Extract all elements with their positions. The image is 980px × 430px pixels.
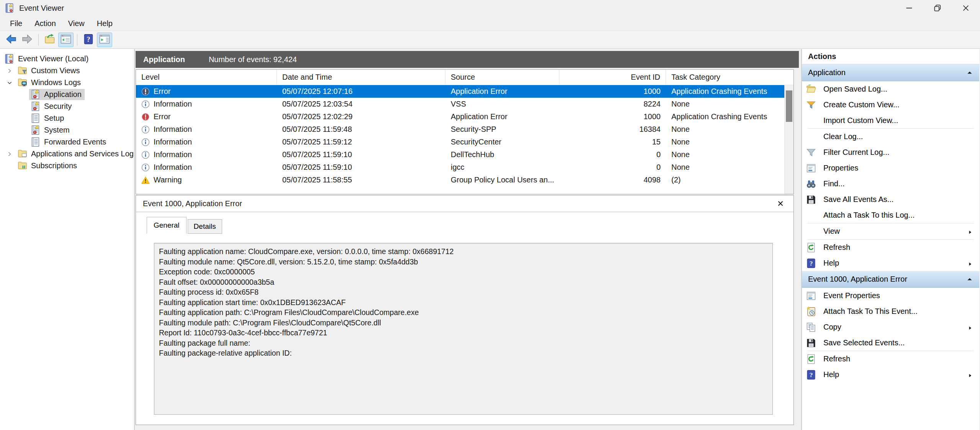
- column-event-id[interactable]: Event ID: [560, 70, 666, 85]
- event-description-box: Faulting application name: CloudCompare.…: [154, 243, 773, 415]
- chevron-right-icon[interactable]: [3, 67, 16, 75]
- copy-icon: [806, 322, 816, 333]
- menu-help[interactable]: Help: [91, 17, 119, 30]
- action-save-selected-events[interactable]: Save Selected Events...: [802, 335, 979, 351]
- event-row-application-error-1000[interactable]: Error05/07/2025 12:07:16Application Erro…: [136, 85, 784, 98]
- restore-icon: [933, 3, 942, 13]
- error-selected-icon: [141, 87, 150, 96]
- tree-item-custom-views[interactable]: Custom Views: [0, 65, 134, 77]
- export-log-button[interactable]: [42, 33, 57, 47]
- level-label: Information: [154, 125, 192, 134]
- tree-item-forwarded-events[interactable]: Forwarded Events: [0, 136, 134, 148]
- action-help[interactable]: ?Help: [802, 367, 979, 382]
- tree-item-application[interactable]: Application: [0, 89, 134, 100]
- menu-file[interactable]: File: [4, 17, 28, 30]
- chevron-down-icon[interactable]: [3, 79, 16, 87]
- column-task-category[interactable]: Task Category: [666, 70, 784, 85]
- action-import-custom-view[interactable]: Import Custom View...: [802, 113, 979, 128]
- level-label: Error: [154, 87, 170, 96]
- action-view[interactable]: View: [802, 223, 979, 239]
- event-viewer-window: Event Viewer FileActionViewHelp ? Event …: [0, 0, 980, 430]
- column-header-row: Level Date and Time Source Event ID Task…: [136, 70, 793, 85]
- collapse-arrow-icon[interactable]: [966, 69, 973, 76]
- event-description-line: Faulting application start time: 0x0x1DB…: [159, 297, 768, 308]
- action-open-saved-log[interactable]: Open Saved Log...: [802, 81, 979, 97]
- action-save-all-events-as[interactable]: Save All Events As...: [802, 192, 979, 207]
- event-row-group-policy-local-users-an-4098[interactable]: Warning05/07/2025 11:58:55Group Policy L…: [136, 174, 784, 186]
- info-icon: [141, 100, 150, 108]
- tree-item-setup[interactable]: Setup: [0, 112, 134, 124]
- forward-arrow-button[interactable]: [20, 33, 35, 47]
- event-row-igcc-0[interactable]: Information05/07/2025 11:59:10igcc0None: [136, 161, 784, 174]
- menu-view[interactable]: View: [62, 17, 91, 30]
- action-create-custom-view[interactable]: Create Custom View...: [802, 97, 979, 113]
- tab-details[interactable]: Details: [188, 219, 222, 234]
- vertical-scrollbar[interactable]: [784, 85, 793, 194]
- event-row-application-error-1000[interactable]: Error05/07/2025 12:02:29Application Erro…: [136, 110, 784, 123]
- action-attach-task-to-this-event[interactable]: Attach Task To This Event...: [802, 304, 979, 319]
- tree-item-system[interactable]: System: [0, 124, 134, 136]
- action-refresh[interactable]: Refresh: [802, 351, 979, 367]
- help-button[interactable]: ?: [81, 33, 96, 47]
- action-attach-a-task-to-this-log[interactable]: Attach a Task To this Log...: [802, 207, 979, 223]
- cell-source: SecurityCenter: [445, 136, 560, 148]
- cell-event-id: 1000: [560, 110, 666, 123]
- minimize-icon: [905, 3, 914, 13]
- column-level[interactable]: Level: [136, 70, 277, 85]
- restore-button[interactable]: [923, 0, 952, 16]
- back-arrow-button[interactable]: [3, 33, 19, 47]
- event-list-panel: Application Number of events: 92,424 Lev…: [135, 49, 801, 430]
- cell-level: Information: [136, 136, 277, 148]
- info-icon: [141, 163, 150, 172]
- actions-section-header-application[interactable]: Application: [802, 64, 979, 81]
- properties-icon: [806, 163, 816, 174]
- action-refresh[interactable]: Refresh: [802, 240, 979, 255]
- action-event-properties[interactable]: Event Properties: [802, 288, 979, 304]
- tree-item-windows-logs[interactable]: Windows Logs: [0, 77, 134, 89]
- level-label: Information: [154, 100, 192, 108]
- detail-close-button[interactable]: [774, 197, 787, 210]
- tree-item-label: System: [44, 126, 70, 135]
- action-copy[interactable]: Copy: [802, 319, 979, 335]
- collapse-arrow-icon[interactable]: [966, 276, 973, 283]
- cell-level: Error: [136, 110, 277, 123]
- action-filter-current-log[interactable]: Filter Current Log...: [802, 144, 979, 160]
- actions-section-header-event-1000-application-error[interactable]: Event 1000, Application Error: [802, 271, 979, 288]
- error-icon: [141, 113, 150, 121]
- action-pane-toggle-button[interactable]: [97, 33, 112, 47]
- cell-source: igcc: [445, 161, 560, 174]
- tree-item-label: Application: [44, 90, 82, 99]
- action-find[interactable]: Find...: [802, 176, 979, 192]
- task-icon: [806, 306, 816, 317]
- column-source[interactable]: Source: [445, 70, 560, 85]
- log-summary-bar: Application Number of events: 92,424: [136, 51, 799, 68]
- menu-action[interactable]: Action: [28, 17, 62, 30]
- event-row-securitycenter-15[interactable]: Information05/07/2025 11:59:12SecurityCe…: [136, 136, 784, 148]
- scrollbar-thumb[interactable]: [786, 90, 792, 122]
- level-label: Information: [154, 138, 192, 146]
- tree-item-applications-and-services-logs[interactable]: Applications and Services Logs: [0, 148, 134, 160]
- action-label: Save Selected Events...: [823, 338, 905, 347]
- minimize-button[interactable]: [895, 0, 923, 16]
- close-button[interactable]: [952, 0, 980, 16]
- chevron-right-icon[interactable]: [3, 150, 16, 158]
- column-date-time[interactable]: Date and Time: [277, 70, 445, 85]
- tree-item-security[interactable]: Security: [0, 100, 134, 112]
- tree-item-subscriptions[interactable]: Subscriptions: [0, 160, 134, 172]
- event-row-delltechhub-0[interactable]: Information05/07/2025 11:59:10DellTechHu…: [136, 148, 784, 161]
- submenu-arrow-icon: [967, 228, 973, 235]
- tree-item-label: Setup: [44, 114, 64, 123]
- help-icon: ?: [806, 369, 816, 380]
- action-properties[interactable]: Properties: [802, 160, 979, 176]
- event-row-security-spp-16384[interactable]: Information05/07/2025 11:59:48Security-S…: [136, 123, 784, 136]
- tab-general[interactable]: General: [147, 217, 187, 234]
- action-clear-log[interactable]: Clear Log...: [802, 129, 979, 144]
- log-plain-icon: [30, 113, 41, 123]
- event-row-vss-8224[interactable]: Information05/07/2025 12:03:54VSS8224Non…: [136, 98, 784, 110]
- tree-node: Windows Logs: [16, 77, 84, 88]
- event-description-line: Faulting application path: C:\Program Fi…: [159, 307, 768, 318]
- console-tree-toggle-button[interactable]: [58, 33, 74, 47]
- tree-item-event-viewer-local[interactable]: Event Viewer (Local): [0, 53, 134, 65]
- action-help[interactable]: ?Help: [802, 255, 979, 271]
- cell-date-time: 05/07/2025 12:03:54: [277, 98, 445, 110]
